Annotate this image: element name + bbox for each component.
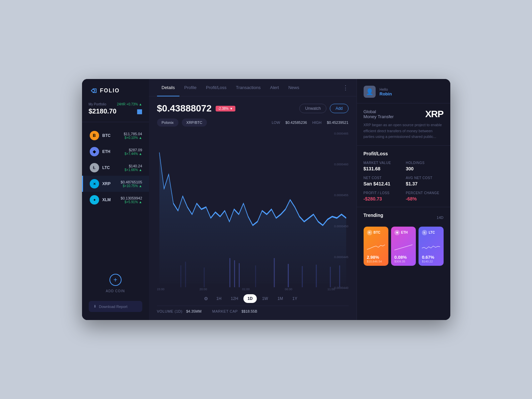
time-btn-1d[interactable]: 1D bbox=[243, 294, 256, 303]
add-button[interactable]: Add bbox=[330, 104, 348, 113]
unwatch-button[interactable]: Unwatch bbox=[299, 104, 326, 113]
time-btn-1m[interactable]: 1M bbox=[274, 294, 287, 303]
exchange-polonix[interactable]: Polonix bbox=[157, 118, 178, 127]
chart-settings-button[interactable]: ⚙ bbox=[204, 296, 208, 301]
profit-loss-title: Profit/Loss bbox=[364, 151, 444, 156]
download-icon: ⬇ bbox=[93, 304, 96, 309]
trending-card-ltc[interactable]: Ł LTC 0.67% $140.22 bbox=[419, 227, 443, 266]
profit-loss-section: Profit/Loss MARKET VALUE $131.68 HOLDING… bbox=[357, 146, 450, 207]
trending-card-eth[interactable]: ◆ ETH 0.08% $309.35 bbox=[391, 227, 416, 266]
coin-info-section: Global Money Transfer XRP XRP began as a… bbox=[357, 103, 450, 146]
tab-details[interactable]: Details bbox=[157, 79, 180, 96]
ltc-icon: Ł bbox=[90, 163, 99, 172]
portfolio-value: $2180.70 ▦ bbox=[89, 107, 142, 115]
xlm-icon: ✦ bbox=[90, 195, 99, 205]
exchange-row: Polonix XRP/BTC LOW $0.42585236 HIGH $0.… bbox=[157, 118, 349, 127]
pl-profit: PROFIT / LOSS -$280.73 bbox=[364, 191, 401, 202]
sidebar-item-ltc[interactable]: Ł LTC $140.24 $+1.66% ▲ bbox=[82, 160, 149, 176]
volume-row: VOLUME (1D) $4.35MM MARKET CAP $$18.55B bbox=[157, 306, 349, 313]
ltc-price: $140.24 bbox=[125, 164, 142, 168]
nav-more-button[interactable]: ⋮ bbox=[343, 84, 349, 91]
eth-sparkline bbox=[394, 243, 412, 252]
sidebar-item-btc[interactable]: B BTC $11,785.04 $+0.10% ▲ bbox=[82, 128, 149, 144]
trending-btc-usd: $10,646.54 bbox=[367, 260, 385, 263]
nav-tabs: Details Profile Profit/Loss Transactions… bbox=[149, 79, 357, 96]
logo: FOLIO bbox=[82, 87, 149, 94]
volume-label: VOLUME (1D) bbox=[157, 309, 182, 313]
price-range: LOW $0.42585236 HIGH $0.45239521 bbox=[272, 121, 348, 125]
portfolio-24h: 24HR +0.73% ▲ bbox=[117, 102, 142, 106]
volume-value: $4.35MM bbox=[186, 309, 202, 313]
download-label: Download Report bbox=[99, 305, 128, 309]
eth-price: $287.09 bbox=[125, 148, 142, 152]
cap-value: $$18.55B bbox=[241, 309, 257, 313]
avatar: 👤 bbox=[364, 86, 376, 98]
tab-transactions[interactable]: Transactions bbox=[231, 79, 265, 96]
profit-loss-grid: MARKET VALUE $131.68 HOLDINGS 300 NET CO… bbox=[364, 161, 444, 202]
coin-list: B BTC $11,785.04 $+0.10% ▲ ◆ ETH $287.09… bbox=[82, 122, 149, 268]
xrp-ticker-logo: XRP bbox=[425, 109, 444, 119]
chart-icon[interactable]: ▦ bbox=[137, 108, 142, 115]
sidebar-item-xlm[interactable]: ✦ XLM $0.13059942 $+5.91% ▲ bbox=[82, 192, 149, 208]
eth-change: $+7.44% ▲ bbox=[125, 152, 142, 156]
ltc-name: LTC bbox=[102, 165, 125, 170]
low-value: $0.42585236 bbox=[286, 121, 307, 125]
logo-text: FOLIO bbox=[100, 88, 120, 94]
add-coin-section: + ADD COIN bbox=[82, 268, 149, 298]
btc-icon: B bbox=[90, 131, 99, 140]
coin-info-name-line1: Global bbox=[364, 109, 394, 114]
user-header: 👤 Hello Robin bbox=[357, 79, 450, 103]
eth-name: ETH bbox=[102, 149, 125, 154]
coin-info-name-line2: Money Transfer bbox=[364, 114, 394, 119]
current-price: $0.43888072 bbox=[157, 103, 212, 114]
trending-card-btc[interactable]: B BTC 2.98% $10,646.54 bbox=[364, 227, 388, 266]
btc-change: $+0.10% ▲ bbox=[124, 136, 142, 140]
download-report-button[interactable]: ⬇ Download Report bbox=[89, 301, 142, 312]
sidebar-item-xrp[interactable]: ✕ XRP $0.48765105 $+10.75% ▲ bbox=[82, 176, 149, 192]
xrp-icon: ✕ bbox=[90, 179, 99, 188]
trending-ltc-pct: 0.67% bbox=[422, 255, 440, 260]
ltc-change: $+1.66% ▲ bbox=[125, 168, 142, 172]
cap-label: MARKET CAP bbox=[212, 309, 238, 313]
tab-profitloss[interactable]: Profit/Loss bbox=[201, 79, 231, 96]
time-btn-1y[interactable]: 1Y bbox=[288, 294, 301, 303]
low-label: LOW bbox=[272, 121, 280, 125]
tab-alert[interactable]: Alert bbox=[265, 79, 284, 96]
pl-holdings: HOLDINGS 300 bbox=[406, 161, 444, 171]
trending-eth-name: ETH bbox=[401, 231, 408, 234]
add-coin-label: ADD COIN bbox=[106, 289, 125, 293]
exchange-pair[interactable]: XRP/BTC bbox=[182, 118, 207, 127]
time-btn-1h[interactable]: 1H bbox=[212, 294, 225, 303]
chart-section: $0.43888072 -2.38% ▼ Unwatch Add Polonix… bbox=[149, 96, 357, 320]
tab-news[interactable]: News bbox=[284, 79, 304, 96]
trending-eth-pct: 0.08% bbox=[394, 255, 412, 260]
tab-profile[interactable]: Profile bbox=[179, 79, 201, 96]
app-container: FOLIO My Portfolio 24HR +0.73% ▲ $2180.7… bbox=[82, 79, 450, 320]
trending-ltc-usd: $140.22 bbox=[422, 260, 440, 263]
sidebar-item-eth[interactable]: ◆ ETH $287.09 $+7.44% ▲ bbox=[82, 144, 149, 160]
ltc-sparkline bbox=[422, 243, 440, 252]
portfolio-label: My Portfolio 24HR +0.73% ▲ bbox=[89, 102, 142, 106]
user-name: Robin bbox=[380, 91, 392, 96]
trending-ltc-icon: Ł bbox=[422, 230, 427, 235]
xlm-change: $+5.91% ▲ bbox=[121, 200, 142, 204]
pl-percent: PERCENT CHANGE -68% bbox=[406, 191, 444, 202]
btc-name: BTC bbox=[102, 133, 124, 138]
logo-icon bbox=[90, 87, 97, 94]
trending-btc-icon: B bbox=[367, 230, 372, 235]
add-coin-button[interactable]: + bbox=[109, 274, 122, 286]
coin-info-header: Global Money Transfer XRP bbox=[364, 109, 444, 119]
high-value: $0.45239521 bbox=[327, 121, 348, 125]
trending-btc-name: BTC bbox=[374, 231, 381, 234]
xlm-price: $0.13059942 bbox=[121, 196, 142, 200]
trending-header: Trending 14D bbox=[364, 213, 444, 223]
eth-icon: ◆ bbox=[90, 147, 99, 156]
coin-info-description: XRP began as an open source project to e… bbox=[364, 122, 444, 140]
trending-title: Trending bbox=[364, 213, 383, 218]
xrp-price: $0.48765105 bbox=[121, 180, 142, 184]
btc-sparkline bbox=[367, 243, 385, 252]
time-btn-1w[interactable]: 1W bbox=[258, 294, 272, 303]
time-btn-12h[interactable]: 12H bbox=[227, 294, 242, 303]
main-content: Details Profile Profit/Loss Transactions… bbox=[149, 79, 357, 320]
trending-eth-usd: $309.35 bbox=[394, 260, 412, 263]
